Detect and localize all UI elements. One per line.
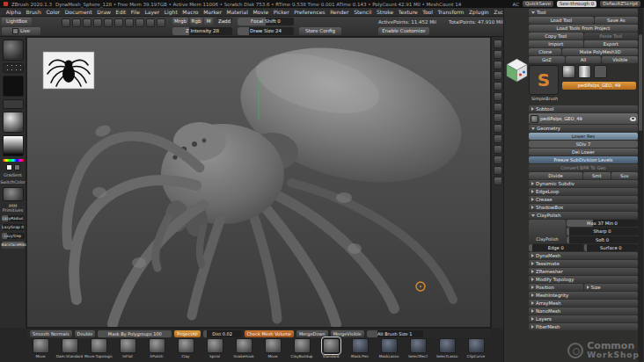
- menu-stroke[interactable]: Stroke: [374, 9, 396, 15]
- arraymesh-header[interactable]: ArrayMesh: [529, 300, 638, 307]
- tray-scrollbar[interactable]: [638, 8, 643, 362]
- mesh-integrity-header[interactable]: MeshIntegrity: [529, 292, 638, 299]
- zadd-toggle[interactable]: Zadd: [216, 18, 232, 25]
- dock-brush-selectlasso[interactable]: SelectLasso: [435, 338, 458, 358]
- claypolish-soft-slider[interactable]: Soft 0: [567, 236, 638, 243]
- texture-thumbnail[interactable]: [3, 99, 24, 109]
- actual-size-icon[interactable]: [494, 71, 502, 80]
- nanomesh-header[interactable]: NanoMesh: [529, 308, 638, 315]
- dynamic-subdiv-header[interactable]: Dynamic Subdiv: [529, 180, 638, 187]
- menu-edit[interactable]: Edit: [113, 9, 128, 15]
- dist-slider[interactable]: Dist 0.02: [203, 330, 242, 337]
- dock-brush-damstandard[interactable]: Dam:Standard: [58, 338, 81, 358]
- imm-brush-thumbnail[interactable]: [3, 187, 24, 201]
- perspective-icon[interactable]: [494, 92, 502, 101]
- menu-color[interactable]: Color: [44, 9, 62, 15]
- menu-material[interactable]: Material: [224, 9, 251, 15]
- polyframe-icon[interactable]: [494, 166, 502, 175]
- dock-brush-selectrect[interactable]: SelectRect: [406, 338, 429, 358]
- merge-visible-button[interactable]: MergeVisible: [331, 330, 364, 337]
- dock-brush-move2[interactable]: Move: [261, 338, 284, 358]
- lightbox-button[interactable]: LightBox: [2, 18, 32, 25]
- menu-preferences[interactable]: Preferences: [291, 9, 327, 15]
- texture-picker-icon[interactable]: [157, 18, 165, 27]
- goz-visible-button[interactable]: Visible: [602, 56, 638, 63]
- draw-size-slider[interactable]: Draw Size 24: [238, 27, 294, 35]
- menu-zplugin[interactable]: Zplugin: [466, 9, 491, 15]
- menu-macro[interactable]: Macro: [180, 9, 201, 15]
- lazy-step-slider[interactable]: LazyStep 0.25: [2, 233, 25, 239]
- smooth-normals-button[interactable]: Smooth Normals: [30, 330, 72, 337]
- draw-mode-icon[interactable]: [83, 18, 91, 27]
- cylinder3d-thumbnail[interactable]: [578, 65, 591, 78]
- mask-by-polygroups-slider[interactable]: Mask By Polygroups 100: [98, 330, 172, 337]
- modify-topology-header[interactable]: Modify Topology: [529, 276, 638, 283]
- stroke-picker-icon[interactable]: [135, 18, 144, 27]
- store-config-button[interactable]: Store Config: [299, 27, 341, 35]
- menu-light[interactable]: Light: [162, 9, 180, 15]
- fibermesh-header[interactable]: FiberMesh: [529, 323, 638, 330]
- suv-toggle[interactable]: Suv: [611, 172, 639, 179]
- convert-bpr-to-geo-button[interactable]: Convert BPR To Geo: [529, 164, 638, 171]
- dock-brush-masklasso[interactable]: MaskLasso: [377, 338, 400, 358]
- rgb-toggle[interactable]: Rgb: [190, 18, 202, 25]
- claypolish-button[interactable]: ClayPolish: [529, 220, 566, 243]
- copy-tool-button[interactable]: Copy Tool: [529, 33, 583, 40]
- main-color-swatch[interactable]: [6, 164, 12, 170]
- axis-cube-widget[interactable]: [505, 57, 529, 83]
- goz-button[interactable]: GoZ: [529, 56, 565, 63]
- sdiv-slider[interactable]: SDiv 7: [529, 141, 638, 148]
- gradient-toggle[interactable]: Gradient: [0, 173, 26, 177]
- save-as-button[interactable]: Save As: [595, 17, 638, 24]
- frame-mesh-icon[interactable]: [494, 156, 502, 164]
- ghost-icon[interactable]: [494, 134, 502, 143]
- polysphere-thumbnail[interactable]: [562, 65, 575, 78]
- z-intensity-slider[interactable]: Z Intensity 28: [172, 27, 232, 35]
- quicksave-button[interactable]: QuickSave: [523, 1, 553, 7]
- menu-transform[interactable]: Transform: [435, 9, 466, 15]
- del-lower-button[interactable]: Del Lower: [529, 148, 638, 156]
- lower-res-button[interactable]: Lower Res: [529, 133, 638, 140]
- edge-polish-slider[interactable]: Edge 0: [529, 244, 583, 251]
- see-through-slider[interactable]: See-through 0: [557, 1, 596, 7]
- clone-button[interactable]: Clone: [529, 48, 561, 55]
- floor-grid-icon[interactable]: [494, 103, 502, 112]
- move-mode-icon[interactable]: [93, 18, 102, 27]
- tray-scrollbar-thumb[interactable]: [639, 34, 642, 131]
- active-tool-thumbnail[interactable]: S: [529, 65, 559, 95]
- visibility-eye-icon[interactable]: [630, 117, 636, 121]
- secondary-color-swatch[interactable]: [14, 164, 20, 170]
- reference-image[interactable]: [43, 52, 94, 89]
- viewport-canvas[interactable]: [26, 37, 491, 328]
- dock-brush-hpolish[interactable]: hPolish: [145, 338, 168, 358]
- edgeloop-header[interactable]: EdgeLoop: [529, 188, 638, 195]
- menu-stencil[interactable]: Stencil: [351, 9, 374, 15]
- layers-header[interactable]: Layers: [529, 315, 638, 322]
- solo-icon[interactable]: [494, 145, 502, 154]
- imm-primitives-label[interactable]: IMM Primitives: [0, 204, 26, 213]
- subtool-list-item[interactable]: pediPalps_GEO_49: [529, 113, 638, 124]
- scale-mode-icon[interactable]: [104, 18, 113, 27]
- material-thumbnail[interactable]: [3, 112, 24, 133]
- aa-half-icon[interactable]: [494, 82, 502, 90]
- switch-color-button[interactable]: SwitchColor: [0, 180, 26, 185]
- merge-down-button[interactable]: MergeDown: [296, 330, 328, 337]
- local-symmetry-icon[interactable]: [494, 113, 502, 122]
- mrgb-toggle[interactable]: Mrgb: [172, 18, 188, 25]
- smt-toggle[interactable]: Smt: [583, 172, 611, 179]
- live-boolean-toggle[interactable]: Live Boolean: [2, 27, 40, 35]
- projection-master-icon[interactable]: [62, 18, 70, 27]
- lazy-radius-slider[interactable]: LazyRadius 1: [2, 215, 25, 221]
- menu-alpha[interactable]: Alpha: [4, 9, 24, 15]
- subtool-section-header[interactable]: Subtool: [529, 105, 638, 112]
- ui-profile-button[interactable]: DefaultZScript: [600, 1, 640, 7]
- stroke-type-thumbnail[interactable]: [3, 63, 24, 73]
- make-polymesh3d-button[interactable]: Make PolyMesh3D: [562, 48, 638, 55]
- menu-document[interactable]: Document: [62, 9, 95, 15]
- divide-button[interactable]: Divide: [529, 172, 582, 179]
- silhouette-icon[interactable]: [494, 177, 502, 185]
- hue-strip[interactable]: [3, 159, 24, 162]
- active-subtool-button[interactable]: pediPalps_GEO, 49: [562, 82, 636, 90]
- alt-brush-size-slider[interactable]: Alt Brush Size 1: [367, 330, 423, 337]
- menu-layer[interactable]: Layer: [143, 9, 162, 15]
